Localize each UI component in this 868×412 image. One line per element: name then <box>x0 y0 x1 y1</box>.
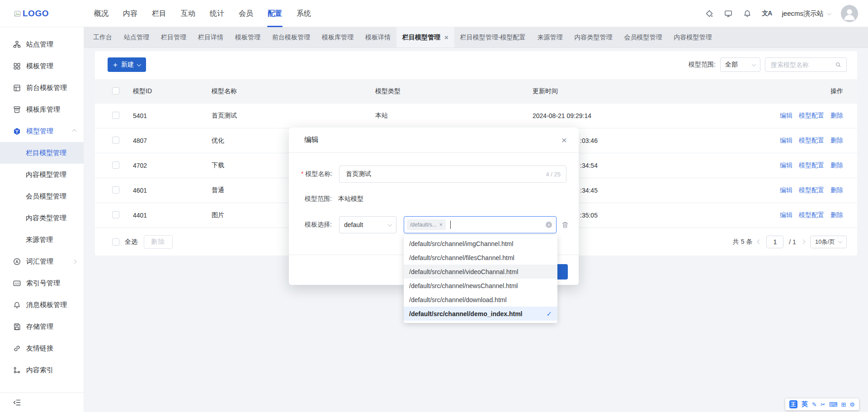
sidebar-item[interactable]: 友情链接 <box>0 337 84 359</box>
nav-item[interactable]: 互动 <box>181 0 195 27</box>
nav-item[interactable]: 栏目 <box>152 0 166 27</box>
row-checkbox[interactable] <box>112 161 119 169</box>
row-checkbox[interactable] <box>112 112 119 119</box>
sidebar-subitem[interactable]: 来源管理 <box>0 229 84 251</box>
selected-template-tag[interactable]: /default/s... × <box>407 219 446 230</box>
gem-icon[interactable] <box>705 9 714 18</box>
sidebar-item[interactable]: 存储管理 <box>0 316 84 337</box>
row-checkbox[interactable] <box>112 186 119 194</box>
ime-pen-icon[interactable]: ✎ <box>812 402 817 407</box>
row-checkbox[interactable] <box>112 211 119 218</box>
nav-item[interactable]: 统计 <box>210 0 224 27</box>
tab[interactable]: 模板管理 <box>229 27 266 47</box>
search-box[interactable] <box>765 57 847 72</box>
next-page-icon[interactable] <box>801 240 805 244</box>
dropdown-option[interactable]: /default/src/channel/imgChannel.html <box>404 237 557 251</box>
logo[interactable]: LOGO <box>14 0 49 27</box>
monitor-icon[interactable] <box>724 9 733 18</box>
dropdown-option[interactable]: /default/src/channel/videoChannal.html <box>404 265 557 279</box>
sidebar-item[interactable]: 消息模板管理 <box>0 294 84 316</box>
tab[interactable]: 前台模板管理 <box>266 27 316 47</box>
nav-item[interactable]: 概况 <box>94 0 108 27</box>
template-file-multiselect[interactable]: /default/s... × × <box>404 216 557 233</box>
tab[interactable]: 会员模型管理 <box>618 27 668 47</box>
dropdown-option[interactable]: /default/src/channel/demo_index.html✓ <box>404 307 557 321</box>
model-config-link[interactable]: 模型配置 <box>799 137 824 145</box>
bell-icon[interactable] <box>743 9 752 18</box>
nav-item[interactable]: 配置 <box>268 0 282 27</box>
nav-item[interactable]: 会员 <box>239 0 253 27</box>
page-size-select[interactable]: 10条/页 <box>810 236 847 248</box>
dropdown-option[interactable]: /default/src/channel/download.html <box>404 293 557 307</box>
sidebar-item[interactable]: 站点管理 <box>0 33 84 55</box>
sidebar-item[interactable]: 123索引号管理 <box>0 272 84 294</box>
edit-link[interactable]: 编辑 <box>780 137 793 145</box>
collapse-sidebar-icon[interactable] <box>13 398 22 407</box>
search-icon[interactable] <box>835 61 842 68</box>
delete-link[interactable]: 删除 <box>830 186 843 194</box>
delete-link[interactable]: 删除 <box>830 211 843 219</box>
close-icon[interactable]: × <box>561 135 567 145</box>
clear-icon[interactable]: × <box>546 222 552 228</box>
delete-button[interactable]: 删除 <box>144 235 173 249</box>
edit-link[interactable]: 编辑 <box>780 186 793 194</box>
delete-link[interactable]: 删除 <box>830 161 843 170</box>
sidebar-item[interactable]: 内容索引 <box>0 359 84 381</box>
tab-close-icon[interactable]: × <box>444 34 448 41</box>
ime-keyboard-icon[interactable]: ⌨ <box>829 402 838 407</box>
search-input[interactable] <box>770 61 835 69</box>
tag-remove-icon[interactable]: × <box>439 222 443 228</box>
template-dir-select[interactable]: default <box>339 216 396 233</box>
prev-page-icon[interactable] <box>757 240 762 244</box>
tab[interactable]: 栏目模型管理× <box>396 27 454 47</box>
translate-icon[interactable]: 文A <box>762 9 772 18</box>
model-name-input[interactable] <box>345 170 546 178</box>
sidebar-item[interactable]: 词汇管理 <box>0 251 84 272</box>
new-button[interactable]: + 新建 <box>108 57 146 72</box>
delete-link[interactable]: 删除 <box>830 112 843 120</box>
tab[interactable]: 工作台 <box>87 27 118 47</box>
tab[interactable]: 栏目详情 <box>192 27 229 47</box>
model-config-link[interactable]: 模型配置 <box>799 186 824 194</box>
model-config-link[interactable]: 模型配置 <box>799 112 824 120</box>
scope-select[interactable]: 全部 <box>720 57 760 72</box>
trash-icon[interactable] <box>561 221 569 229</box>
sidebar-subitem[interactable]: 会员模型管理 <box>0 185 84 207</box>
site-switcher[interactable]: jeecms演示站 <box>782 9 831 18</box>
sidebar-item[interactable]: 模板管理 <box>0 55 84 77</box>
delete-link[interactable]: 删除 <box>830 137 843 145</box>
edit-link[interactable]: 编辑 <box>780 112 793 120</box>
ime-scissors-icon[interactable]: ✂ <box>821 402 826 407</box>
dropdown-option[interactable]: /default/src/channel/newsChannel.html <box>404 279 557 293</box>
sidebar-item[interactable]: 前台模板管理 <box>0 77 84 99</box>
model-config-link[interactable]: 模型配置 <box>799 161 824 170</box>
model-config-link[interactable]: 模型配置 <box>799 211 824 219</box>
tab[interactable]: 来源管理 <box>531 27 568 47</box>
header-checkbox[interactable] <box>112 87 119 95</box>
current-page-box[interactable]: 1 <box>766 236 783 248</box>
ime-gear-icon[interactable]: ⚙ <box>849 402 855 407</box>
avatar[interactable] <box>841 5 858 22</box>
ime-logo-icon[interactable]: 王 <box>789 400 797 408</box>
sidebar-subitem[interactable]: 栏目模型管理 <box>0 142 84 164</box>
tab[interactable]: 栏目模型管理-模型配置 <box>454 27 532 47</box>
edit-link[interactable]: 编辑 <box>780 161 793 170</box>
tab[interactable]: 模板详情 <box>359 27 396 47</box>
edit-link[interactable]: 编辑 <box>780 211 793 219</box>
nav-item[interactable]: 内容 <box>123 0 137 27</box>
tab[interactable]: 内容模型管理 <box>668 27 717 47</box>
model-name-field[interactable]: 4 / 25 <box>339 166 566 183</box>
sidebar-subitem[interactable]: 内容模型管理 <box>0 164 84 185</box>
row-checkbox[interactable] <box>112 137 119 144</box>
tab[interactable]: 栏目管理 <box>155 27 192 47</box>
tab[interactable]: 内容类型管理 <box>568 27 618 47</box>
ime-language-toggle[interactable]: 英 <box>802 400 808 408</box>
dropdown-option[interactable]: /default/src/channel/filesChannel.html <box>404 251 557 265</box>
tab[interactable]: 模板库管理 <box>316 27 359 47</box>
tab[interactable]: 站点管理 <box>118 27 155 47</box>
sidebar-item[interactable]: 模型管理 <box>0 120 84 142</box>
ime-grid-icon[interactable]: ⊞ <box>841 402 846 407</box>
sidebar-subitem[interactable]: 内容类型管理 <box>0 207 84 229</box>
select-all-checkbox[interactable] <box>112 238 119 246</box>
sidebar-item[interactable]: 模板库管理 <box>0 99 84 120</box>
